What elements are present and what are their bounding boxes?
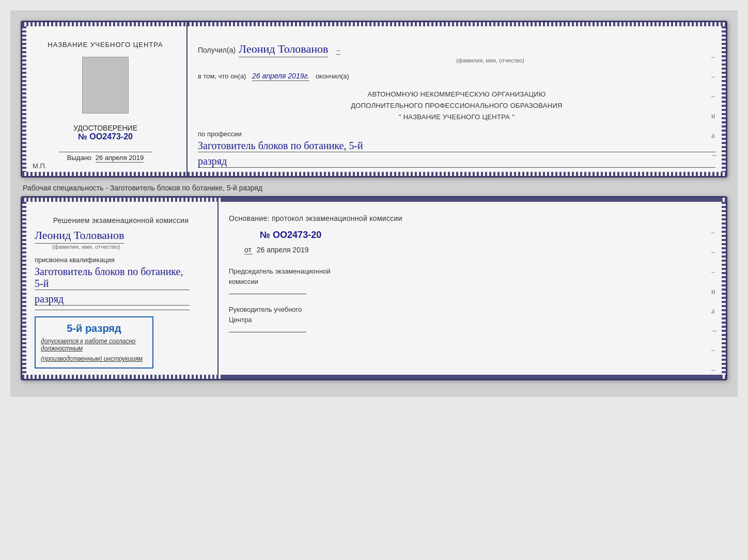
chair-label2: комиссии: [229, 278, 258, 285]
between-text: Рабочая специальность - Заготовитель бло…: [23, 184, 725, 192]
issued-line: Выдано 26 апреля 2019: [67, 154, 144, 166]
issued-date: 26 апреля 2019: [96, 154, 144, 163]
protocol-number-value: OO2473-20: [273, 230, 321, 240]
cert-number: № OO2473-20: [73, 132, 137, 141]
top-bar-doc2-right: [223, 198, 722, 202]
bottom-bar-right: [192, 172, 722, 176]
confirmed-line: в том, что он(а) 26 апреля 2019г. окончи…: [198, 71, 715, 82]
doc2-right-panel: Основание: протокол экзаменационной коми…: [219, 198, 726, 379]
top-bar-right: [192, 22, 722, 26]
mp-label: М.П.: [33, 162, 46, 170]
confirmed-suffix: окончил(а): [316, 72, 349, 80]
bottom-bar-doc2-right: [223, 375, 722, 379]
page-container: НАЗВАНИЕ УЧЕБНОГО ЦЕНТРА УДОСТОВЕРЕНИЕ №…: [10, 10, 738, 397]
doc1-school-name: НАЗВАНИЕ УЧЕБНОГО ЦЕНТРА: [48, 41, 163, 49]
decision-text: Решением экзаменационной комиссии: [35, 216, 207, 225]
top-bar-decoration: [26, 22, 182, 26]
doc2-qualification-value: Заготовитель блоков по ботанике, 5-й: [35, 266, 190, 290]
bottom-bar-decoration: [26, 172, 182, 176]
org-line3: " НАЗВАНИЕ УЧЕБНОГО ЦЕНТРА ": [198, 111, 715, 123]
document-card-2: Решением экзаменационной комиссии Леонид…: [21, 196, 727, 380]
date-value: 26 апреля 2019: [257, 246, 309, 254]
right-dashes-doc2: – – – и а ← – – – –: [711, 229, 719, 380]
chair-label: Председатель экзаменационной комиссии: [229, 266, 715, 286]
issued-prefix: Выдано: [67, 154, 91, 162]
doc2-left-panel: Решением экзаменационной комиссии Леонид…: [22, 198, 219, 379]
head-label: Руководитель учебного Центра: [229, 305, 715, 325]
cert-label: УДОСТОВЕРЕНИЕ: [73, 124, 137, 132]
org-line1: АВТОНОМНУЮ НЕКОММЕРЧЕСКУЮ ОРГАНИЗАЦИЮ: [198, 89, 715, 100]
stamp-box: 5-й разряд допускается к работе согласно…: [35, 316, 153, 369]
protocol-number: № OO2473-20: [260, 230, 715, 241]
org-block: АВТОНОМНУЮ НЕКОММЕРЧЕСКУЮ ОРГАНИЗАЦИЮ ДО…: [198, 89, 715, 123]
cert-number-value: OO2473-20: [89, 132, 133, 141]
qualification-label: присвоена квалификация: [35, 256, 115, 264]
confirmed-date: 26 апреля 2019г.: [252, 72, 309, 81]
protocol-prefix: №: [260, 230, 270, 240]
doc2-recipient-sublabel: (фамилия, имя, отчество): [35, 244, 138, 250]
chair-signature-line: [229, 294, 306, 294]
razryad-value: разряд: [198, 155, 715, 168]
confirmed-prefix: в том, что он(а): [198, 72, 246, 80]
profession-label: по профессии: [198, 130, 715, 138]
top-bar-doc2: [26, 198, 213, 202]
head-label1: Руководитель учебного: [229, 306, 302, 313]
recipient-prefix: Получил(а): [198, 46, 236, 54]
profession-block: по профессии Заготовитель блоков по бота…: [198, 130, 715, 168]
org-line2: ДОПОЛНИТЕЛЬНОГО ПРОФЕССИОНАЛЬНОГО ОБРАЗО…: [198, 100, 715, 111]
recipient-sublabel: (фамилия, имя, отчество): [265, 57, 715, 63]
recipient-name: Леонид Толованов: [239, 42, 328, 57]
stamp-text2: (производственным) инструкциям: [41, 355, 147, 362]
bottom-bar-doc2-left: [26, 375, 213, 379]
document-card-1: НАЗВАНИЕ УЧЕБНОГО ЦЕНТРА УДОСТОВЕРЕНИЕ №…: [21, 21, 727, 178]
chair-label1: Председатель экзаменационной: [229, 267, 331, 275]
cert-number-prefix: №: [78, 132, 87, 141]
right-dashes: – – – и а ← – – – –: [711, 53, 719, 178]
head-label2: Центра: [229, 316, 252, 324]
head-signature-line: [229, 332, 306, 332]
doc1-right-panel: Получил(а) Леонид Толованов – (фамилия, …: [188, 22, 726, 176]
stamp-rank: 5-й разряд: [41, 323, 147, 334]
doc2-recipient-name: Леонид Толованов: [35, 229, 124, 244]
doc1-left-panel: НАЗВАНИЕ УЧЕБНОГО ЦЕНТРА УДОСТОВЕРЕНИЕ №…: [22, 22, 188, 176]
stamp-text: допускается к работе согласно должностны…: [41, 338, 147, 352]
date-prefix: от: [244, 246, 253, 254]
stamp-prefix: допускается к: [41, 338, 83, 345]
basis-label: Основание: протокол экзаменационной коми…: [229, 214, 715, 222]
profession-value: Заготовитель блоков по ботанике, 5-й: [198, 140, 715, 152]
doc2-razryad-value: разряд: [35, 293, 190, 306]
photo-placeholder: [82, 57, 129, 114]
date-line: от 26 апреля 2019: [244, 246, 715, 254]
stamp-text2-italic: (производственным) инструкциям: [41, 355, 143, 362]
